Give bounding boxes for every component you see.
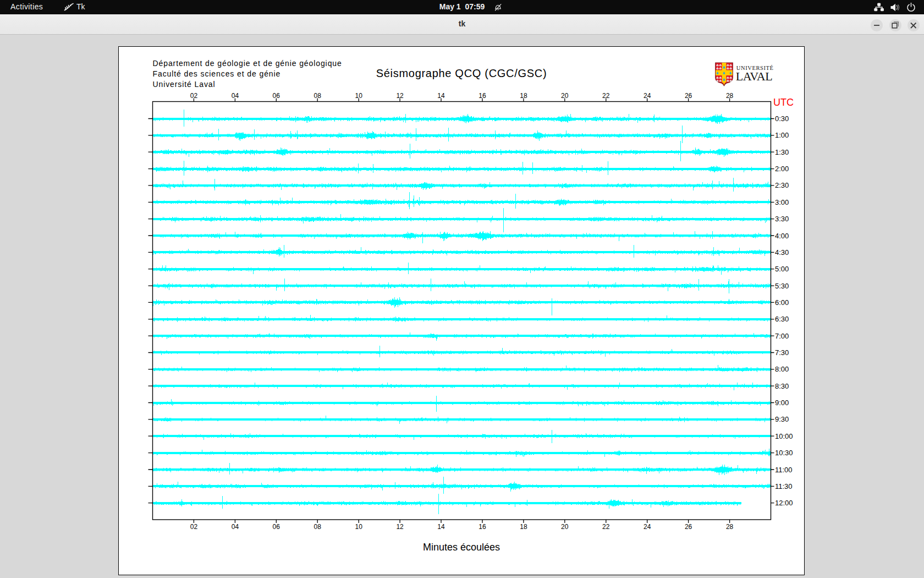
svg-text:10: 10 — [355, 522, 362, 530]
svg-text:10:30: 10:30 — [775, 449, 793, 457]
svg-text:22: 22 — [602, 522, 610, 530]
svg-text:08: 08 — [314, 91, 321, 99]
svg-text:14: 14 — [437, 91, 445, 99]
svg-text:Minutes écoulées: Minutes écoulées — [422, 542, 499, 553]
svg-text:5:30: 5:30 — [775, 281, 789, 290]
svg-text:10: 10 — [355, 91, 362, 99]
svg-text:7:30: 7:30 — [775, 348, 789, 357]
svg-text:04: 04 — [231, 522, 239, 530]
svg-text:3:00: 3:00 — [775, 198, 789, 206]
svg-text:26: 26 — [684, 91, 692, 99]
svg-text:2:30: 2:30 — [775, 181, 789, 189]
svg-text:Faculté des sciences et de gén: Faculté des sciences et de génie — [152, 69, 280, 78]
svg-text:28: 28 — [725, 522, 733, 530]
svg-text:4:00: 4:00 — [775, 231, 789, 239]
svg-text:2:00: 2:00 — [775, 165, 789, 173]
svg-text:12:00: 12:00 — [775, 499, 793, 507]
svg-text:LAVAL: LAVAL — [735, 69, 772, 83]
svg-text:1:30: 1:30 — [775, 148, 789, 156]
svg-text:8:30: 8:30 — [775, 381, 789, 390]
svg-text:0:30: 0:30 — [775, 114, 789, 123]
svg-text:22: 22 — [602, 91, 610, 99]
svg-text:8:00: 8:00 — [775, 365, 789, 373]
svg-text:20: 20 — [561, 91, 569, 99]
svg-text:28: 28 — [725, 91, 733, 99]
svg-text:04: 04 — [231, 91, 239, 99]
svg-text:3:30: 3:30 — [775, 215, 789, 223]
svg-text:12: 12 — [396, 91, 404, 99]
svg-text:6:00: 6:00 — [775, 298, 789, 306]
svg-text:24: 24 — [644, 522, 651, 530]
svg-text:18: 18 — [520, 522, 527, 530]
svg-text:08: 08 — [314, 522, 321, 530]
svg-text:9:00: 9:00 — [775, 399, 789, 407]
svg-text:14: 14 — [437, 522, 445, 530]
svg-text:6:30: 6:30 — [775, 315, 789, 323]
svg-text:9:30: 9:30 — [775, 415, 789, 423]
svg-text:16: 16 — [479, 522, 486, 530]
svg-text:1:00: 1:00 — [775, 131, 789, 139]
svg-text:06: 06 — [272, 91, 280, 99]
svg-text:11:30: 11:30 — [775, 482, 793, 490]
svg-text:10:00: 10:00 — [775, 432, 793, 440]
svg-text:20: 20 — [561, 522, 569, 530]
svg-text:4:30: 4:30 — [775, 248, 789, 256]
svg-text:UTC: UTC — [773, 97, 794, 108]
svg-text:5:00: 5:00 — [775, 265, 789, 273]
svg-text:26: 26 — [684, 522, 692, 530]
svg-text:24: 24 — [644, 91, 651, 99]
svg-text:16: 16 — [479, 91, 486, 99]
svg-text:06: 06 — [272, 522, 280, 530]
svg-text:Département de géologie et de: Département de géologie et de génie géol… — [152, 58, 342, 67]
svg-text:02: 02 — [190, 91, 197, 99]
svg-text:7:00: 7:00 — [775, 331, 789, 340]
svg-text:18: 18 — [520, 91, 527, 99]
svg-text:Séismographe QCQ (CGC/GSC): Séismographe QCQ (CGC/GSC) — [376, 67, 547, 79]
svg-text:12: 12 — [396, 522, 404, 530]
svg-text:Université Laval: Université Laval — [152, 79, 215, 88]
svg-text:02: 02 — [190, 522, 197, 530]
svg-text:11:00: 11:00 — [775, 465, 793, 473]
